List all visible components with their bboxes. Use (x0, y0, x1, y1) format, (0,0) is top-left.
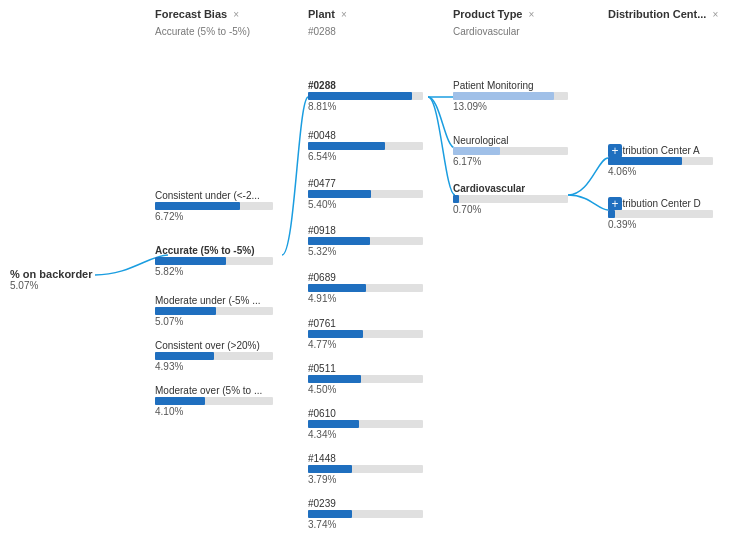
plant-bar-fill-0 (308, 92, 412, 100)
distribution-item-0[interactable]: Distribution Center A + 4.06% (608, 145, 713, 177)
plant-item-5[interactable]: #0761 4.77% (308, 318, 423, 350)
forecast-bias-item-4[interactable]: Moderate over (5% to ... 4.10% (155, 385, 273, 417)
plant-close[interactable]: × (341, 9, 347, 20)
plant-label-7: #0610 (308, 408, 423, 419)
plant-bar-fill-1 (308, 142, 385, 150)
plant-label-5: #0761 (308, 318, 423, 329)
forecast-bias-item-3[interactable]: Consistent over (>20%) 4.93% (155, 340, 273, 372)
product-type-item-1[interactable]: Neurological 6.17% (453, 135, 568, 167)
plant-bar-track-2 (308, 190, 423, 198)
pt-bar-track-0 (453, 92, 568, 100)
plant-value-0: 8.81% (308, 101, 423, 112)
fb-bar-track-3 (155, 352, 273, 360)
fb-value-3: 4.93% (155, 361, 273, 372)
forecast-bias-item-1[interactable]: Accurate (5% to -5%) 5.82% (155, 245, 273, 277)
distribution-close[interactable]: × (712, 9, 718, 20)
plant-value-6: 4.50% (308, 384, 423, 395)
plant-bar-fill-5 (308, 330, 363, 338)
plant-item-4[interactable]: #0689 4.91% (308, 272, 423, 304)
plant-value-3: 5.32% (308, 246, 423, 257)
main-container: Forecast Bias × Accurate (5% to -5%) Pla… (0, 0, 750, 560)
plant-label-8: #1448 (308, 453, 423, 464)
plant-item-0[interactable]: #0288 8.81% (308, 80, 423, 112)
plant-item-8[interactable]: #1448 3.79% (308, 453, 423, 485)
forecast-bias-item-0[interactable]: Consistent under (<-2... 6.72% (155, 190, 273, 222)
plant-label-0: #0288 (308, 80, 423, 91)
pt-bar-track-1 (453, 147, 568, 155)
plant-bar-track-1 (308, 142, 423, 150)
plant-bar-track-5 (308, 330, 423, 338)
plant-bar-track-8 (308, 465, 423, 473)
fb-value-4: 4.10% (155, 406, 273, 417)
fb-label-0: Consistent under (<-2... (155, 190, 273, 201)
plant-bar-fill-8 (308, 465, 352, 473)
root-item[interactable]: % on backorder 5.07% (10, 268, 93, 291)
dc-value-0: 4.06% (608, 166, 713, 177)
distribution-title: Distribution Cent... (608, 8, 706, 20)
forecast-bias-header: Forecast Bias × (155, 8, 239, 20)
fb-bar-fill-0 (155, 202, 240, 210)
fb-bar-track-2 (155, 307, 273, 315)
plant-item-3[interactable]: #0918 5.32% (308, 225, 423, 257)
plant-item-2[interactable]: #0477 5.40% (308, 178, 423, 210)
product-type-item-2[interactable]: Cardiovascular 0.70% (453, 183, 568, 215)
pt-bar-track-2 (453, 195, 568, 203)
dc-plus-0[interactable]: + (608, 144, 622, 158)
dc-plus-1[interactable]: + (608, 197, 622, 211)
pt-label-0: Patient Monitoring (453, 80, 568, 91)
plant-label-2: #0477 (308, 178, 423, 189)
root-label: % on backorder (10, 268, 93, 280)
plant-bar-fill-6 (308, 375, 361, 383)
plant-bar-fill-7 (308, 420, 359, 428)
product-type-item-0[interactable]: Patient Monitoring 13.09% (453, 80, 568, 112)
fb-value-2: 5.07% (155, 316, 273, 327)
plant-item-7[interactable]: #0610 4.34% (308, 408, 423, 440)
plant-value-9: 3.74% (308, 519, 423, 530)
forecast-bias-item-2[interactable]: Moderate under (-5% ... 5.07% (155, 295, 273, 327)
forecast-bias-close[interactable]: × (233, 9, 239, 20)
dc-bar-fill-1 (608, 210, 615, 218)
fb-bar-fill-3 (155, 352, 214, 360)
fb-bar-fill-2 (155, 307, 216, 315)
plant-header: Plant × (308, 8, 347, 20)
plant-bar-track-3 (308, 237, 423, 245)
fb-label-1: Accurate (5% to -5%) (155, 245, 273, 256)
pt-bar-fill-2 (453, 195, 459, 203)
fb-value-1: 5.82% (155, 266, 273, 277)
distribution-item-1[interactable]: Distribution Center D + 0.39% (608, 198, 713, 230)
pt-value-2: 0.70% (453, 204, 568, 215)
plant-value-8: 3.79% (308, 474, 423, 485)
pt-bar-fill-0 (453, 92, 554, 100)
fb-bar-fill-4 (155, 397, 205, 405)
fb-bar-fill-1 (155, 257, 226, 265)
root-value: 5.07% (10, 280, 93, 291)
pt-value-0: 13.09% (453, 101, 568, 112)
fb-value-0: 6.72% (155, 211, 273, 222)
plant-label-1: #0048 (308, 130, 423, 141)
fb-label-2: Moderate under (-5% ... (155, 295, 273, 306)
plant-label-6: #0511 (308, 363, 423, 374)
fb-bar-track-4 (155, 397, 273, 405)
fb-bar-track-1 (155, 257, 273, 265)
dc-bar-track-0 (608, 157, 713, 165)
plant-bar-fill-4 (308, 284, 366, 292)
product-type-subtitle: Cardiovascular (453, 26, 520, 37)
plant-value-5: 4.77% (308, 339, 423, 350)
plant-value-1: 6.54% (308, 151, 423, 162)
plant-value-4: 4.91% (308, 293, 423, 304)
fb-bar-track-0 (155, 202, 273, 210)
plant-item-1[interactable]: #0048 6.54% (308, 130, 423, 162)
pt-bar-fill-1 (453, 147, 500, 155)
plant-bar-fill-3 (308, 237, 370, 245)
plant-bar-track-0 (308, 92, 423, 100)
plant-title: Plant (308, 8, 335, 20)
plant-bar-fill-9 (308, 510, 352, 518)
plant-item-6[interactable]: #0511 4.50% (308, 363, 423, 395)
fb-label-4: Moderate over (5% to ... (155, 385, 273, 396)
product-type-close[interactable]: × (528, 9, 534, 20)
plant-label-3: #0918 (308, 225, 423, 236)
dc-bar-track-1 (608, 210, 713, 218)
product-type-header: Product Type × (453, 8, 534, 20)
forecast-bias-title: Forecast Bias (155, 8, 227, 20)
plant-item-9[interactable]: #0239 3.74% (308, 498, 423, 530)
